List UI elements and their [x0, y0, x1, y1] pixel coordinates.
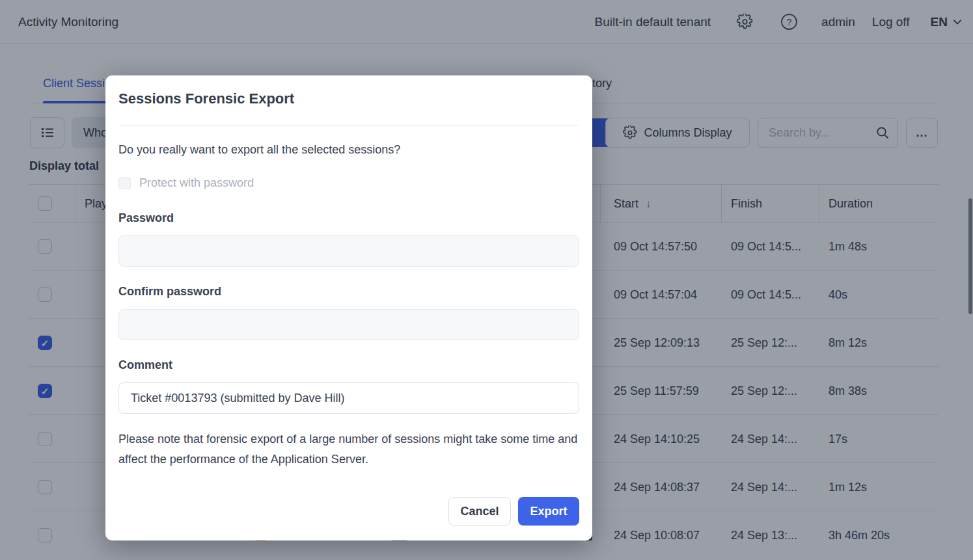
comment-field[interactable]: [118, 382, 579, 414]
protect-with-password-checkbox[interactable]: [118, 177, 131, 189]
comment-label: Comment: [118, 358, 172, 372]
password-label: Password: [118, 211, 174, 225]
confirm-password-field: [118, 309, 579, 340]
cancel-button[interactable]: Cancel: [448, 497, 511, 526]
export-button[interactable]: Export: [518, 497, 579, 526]
dialog-divider: [118, 125, 579, 126]
app-screen: Activity Monitoring Built-in default ten…: [0, 0, 973, 560]
dialog-actions: Cancel Export: [448, 497, 579, 526]
protect-with-password-row: Protect with password: [118, 176, 254, 190]
confirm-question: Do you really want to export all the sel…: [118, 143, 400, 157]
confirm-password-label: Confirm password: [118, 285, 221, 299]
sessions-forensic-export-dialog: Sessions Forensic Export Do you really w…: [105, 75, 592, 540]
protect-with-password-label: Protect with password: [139, 176, 254, 190]
performance-note: Please note that forensic export of a la…: [118, 429, 578, 470]
dialog-title: Sessions Forensic Export: [118, 90, 294, 107]
password-field: [118, 235, 579, 267]
